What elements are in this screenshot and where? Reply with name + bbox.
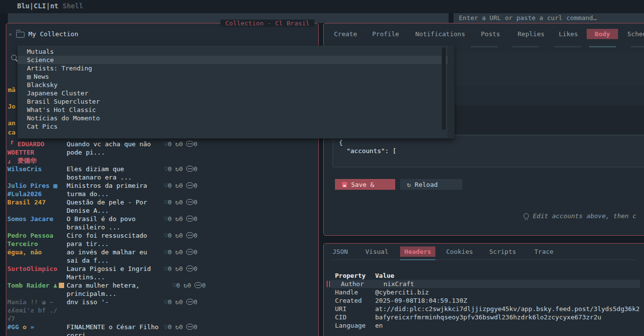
- post-stats: ♡0↻00: [164, 248, 201, 265]
- dropdown-item[interactable]: Japanese Cluster: [18, 89, 454, 97]
- feed-post-row[interactable]: #GG ✿ » FINALMENTE o César Filho corri..…: [7, 323, 224, 336]
- hint-text: Edit accounts above, then c: [533, 212, 636, 220]
- collection-root-row[interactable]: ▶ My Collection: [9, 30, 78, 38]
- save-button-label: Save &: [351, 181, 374, 188]
- selected-row-highlight: [331, 280, 640, 288]
- header-property[interactable]: CID: [335, 313, 346, 321]
- reply-icon[interactable]: [186, 199, 193, 205]
- post-stats: ♡0↻00: [164, 165, 201, 181]
- tab-replies[interactable]: Replies: [518, 30, 545, 38]
- titlebar: Blu|CLI|nt Shell: [0, 0, 644, 13]
- feed-post-row[interactable]: Pedro Pessoa Terceiro Ciro foi ressuscit…: [7, 231, 224, 248]
- tab-scripts[interactable]: Scripts: [489, 248, 516, 255]
- like-icon[interactable]: ♡: [164, 248, 168, 256]
- post-author: Julio Pires ▦ #Lula2026: [7, 181, 67, 198]
- post-text: Cara mulher hetera, principalm...: [67, 281, 163, 298]
- search-icon: [11, 55, 17, 60]
- like-icon[interactable]: ♡: [164, 182, 168, 189]
- like-icon[interactable]: ♡: [172, 282, 176, 289]
- feed-post-row[interactable]: égua, não ao invés de malhar eu sai da f…: [7, 248, 224, 265]
- header-property[interactable]: Author: [341, 280, 364, 288]
- post-text: Ministros da primeira turma do...: [67, 181, 163, 198]
- body-editor[interactable]: { "accounts": [: [333, 135, 644, 167]
- feed-post-row[interactable]: Somos Jacare O Brasil é do povo brasilei…: [7, 215, 224, 231]
- reply-icon[interactable]: [186, 182, 193, 188]
- like-icon[interactable]: ♡: [164, 165, 168, 173]
- reply-icon[interactable]: [186, 299, 193, 305]
- dropdown-item[interactable]: Mutuals: [18, 47, 454, 56]
- post-stats: ♡0↻00: [164, 181, 201, 198]
- like-icon[interactable]: ♡: [164, 298, 168, 306]
- reply-icon[interactable]: [186, 249, 193, 255]
- reply-count: 0: [193, 140, 197, 148]
- like-icon[interactable]: ♡: [164, 232, 168, 239]
- feed-post-row[interactable]: Tomb Raider ♟ Cara mulher hetera, princi…: [7, 281, 224, 298]
- url-placeholder: Enter a URL or paste a curl command…: [459, 14, 597, 22]
- feed-post-row[interactable]: Julio Pires ▦ #Lula2026 Ministros da pri…: [7, 181, 224, 198]
- header-property[interactable]: URI: [335, 305, 346, 313]
- feed-post-row[interactable]: Mania !! ◕ ~ ƨʎσяi'ƨ bf ./ √7 dnv isso '…: [7, 298, 224, 323]
- reload-icon: ↻: [407, 181, 411, 188]
- save-button[interactable]: Save &: [335, 179, 395, 190]
- feed-post-row[interactable]: SurtoOlimpico Laura Pigossi e Ingrid Mar…: [7, 265, 224, 281]
- dropdown-item[interactable]: Artists: Trending: [18, 64, 454, 72]
- dropdown-item[interactable]: What's Hot Classic: [18, 106, 454, 114]
- tab-schedule[interactable]: Schedule: [627, 30, 644, 38]
- obscured-author-fragment: Jo: [8, 103, 16, 110]
- dropdown-scrollbar[interactable]: [442, 47, 446, 130]
- post-stats: ♡0↻00: [164, 215, 201, 231]
- tab-posts[interactable]: Posts: [481, 30, 500, 38]
- reply-icon[interactable]: [186, 266, 193, 271]
- header-property[interactable]: Created: [335, 296, 362, 305]
- tab-underline-active: [400, 259, 435, 260]
- reply-icon[interactable]: [186, 141, 193, 147]
- expand-triangle-icon[interactable]: ▶: [9, 31, 12, 37]
- dropdown-item[interactable]: Notícias do Momento: [18, 114, 454, 122]
- dropdown-item-highlighted[interactable]: Science: [18, 56, 454, 64]
- app-title: Blu|CLI|nt Shell: [17, 2, 83, 10]
- butterfly-icon: ✿: [23, 323, 26, 331]
- post-stats: ♡0↻00: [164, 198, 201, 215]
- response-panel: JSON Visual Headers Cookies Scripts Trac…: [323, 243, 644, 336]
- feed-post-row[interactable]: 『 EDUARDO WOETTER 』 爱德华 Quando vc acha q…: [7, 140, 224, 165]
- tab-visual[interactable]: Visual: [365, 248, 388, 255]
- post-author: 『 EDUARDO WOETTER 』 爱德华: [7, 140, 67, 165]
- dropdown-item[interactable]: ▤News: [18, 72, 454, 81]
- like-icon[interactable]: ♡: [164, 140, 168, 148]
- dropdown-item[interactable]: Blacksky: [18, 81, 454, 89]
- feed-post-row[interactable]: Brasil 247 Questão de pele - Por Denise …: [7, 198, 224, 215]
- tab-notifications[interactable]: Notifications: [415, 30, 465, 38]
- feed-post-row[interactable]: WilseCris Eles diziam que bostanaro era …: [7, 165, 224, 181]
- tab-underline: [631, 46, 644, 47]
- post-author: Pedro Pessoa Terceiro: [7, 231, 67, 248]
- tab-profile[interactable]: Profile: [372, 30, 399, 38]
- reply-icon[interactable]: [186, 232, 193, 238]
- header-property[interactable]: Language: [335, 321, 366, 330]
- unrendered-emoji-box: [59, 283, 64, 288]
- reply-icon[interactable]: [186, 216, 193, 222]
- dropdown-item[interactable]: Brasil Supercluster: [18, 97, 454, 106]
- post-stats: ♡0↻00: [164, 140, 201, 165]
- like-icon[interactable]: ♡: [164, 323, 168, 331]
- like-icon[interactable]: ♡: [164, 265, 168, 272]
- reply-icon[interactable]: [194, 282, 202, 288]
- tab-create[interactable]: Create: [334, 30, 357, 38]
- tab-likes[interactable]: Likes: [559, 30, 578, 38]
- tab-trace[interactable]: Trace: [534, 248, 553, 255]
- tab-cookies[interactable]: Cookies: [446, 248, 473, 255]
- post-stats: ♡0↻00: [164, 323, 201, 336]
- app-name: Blu|CLI|nt: [17, 2, 58, 10]
- app-subtitle: Shell: [63, 2, 83, 10]
- reply-icon[interactable]: [186, 324, 193, 330]
- reply-icon[interactable]: [186, 166, 193, 172]
- like-icon[interactable]: ♡: [164, 199, 168, 206]
- tab-json[interactable]: JSON: [333, 248, 348, 255]
- header-property[interactable]: Handle: [335, 288, 358, 296]
- reload-button[interactable]: ↻ Reload: [400, 179, 462, 190]
- post-author: #GG: [7, 323, 19, 331]
- dropdown-item[interactable]: Cat Pics: [18, 122, 454, 131]
- tab-headers-active[interactable]: Headers: [400, 246, 435, 257]
- like-icon[interactable]: ♡: [164, 215, 168, 223]
- post-author: Somos Jacare: [7, 215, 67, 231]
- tab-body-active[interactable]: Body: [587, 29, 618, 39]
